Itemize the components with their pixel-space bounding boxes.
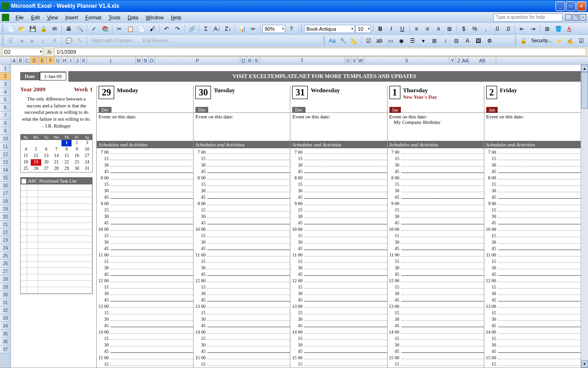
spelling-icon[interactable]: ✓ — [89, 24, 99, 34]
toggle-control-icon[interactable]: ⊞ — [429, 36, 439, 46]
scroll-down-button[interactable]: ▼ — [581, 360, 588, 368]
time-slot[interactable]: 30 — [484, 315, 581, 322]
time-slot[interactable]: 45 — [290, 296, 387, 302]
col-header-Q[interactable]: Q — [240, 57, 247, 64]
protection-icon[interactable]: 🔓 — [518, 36, 528, 46]
minical-day[interactable]: 1 — [61, 140, 72, 146]
time-slot[interactable]: 15 — [290, 180, 387, 187]
toolbar-grip[interactable] — [2, 24, 4, 33]
time-slot[interactable]: 30 — [290, 341, 387, 347]
time-slot[interactable]: 45 — [97, 245, 193, 251]
time-slot[interactable]: 14 00 — [290, 328, 387, 335]
time-slot[interactable]: 7 00 — [484, 148, 581, 155]
col-header-U[interactable]: U — [345, 57, 351, 64]
menu-file[interactable]: File — [12, 14, 28, 21]
time-slot[interactable]: 11 00 — [388, 251, 484, 257]
permission-icon[interactable]: 🔒 — [39, 24, 49, 34]
time-slot[interactable]: 15 — [388, 180, 484, 187]
col-header-V[interactable]: V — [351, 57, 358, 64]
show-changes-icon[interactable]: ☰ — [6, 36, 16, 46]
time-slot[interactable]: 15 — [484, 232, 581, 238]
align-center-icon[interactable]: ≡ — [422, 24, 433, 34]
time-slot[interactable]: 7 00 — [290, 148, 387, 155]
copy-icon[interactable]: 📋 — [125, 24, 135, 34]
time-slot[interactable]: 45 — [194, 347, 290, 354]
time-slot[interactable]: 15 — [484, 155, 581, 161]
checkbox-control-icon[interactable]: ☑ — [363, 36, 373, 46]
align-left-icon[interactable]: ≡ — [411, 24, 422, 34]
task-row[interactable] — [21, 210, 92, 217]
time-slot[interactable]: 30 — [290, 315, 387, 322]
time-slot[interactable]: 15 — [194, 335, 290, 341]
minical-day[interactable]: 10 — [82, 146, 92, 153]
col-header-AA[interactable]: AA — [462, 57, 469, 64]
row-header-27[interactable]: 27 — [0, 268, 11, 275]
doc-minimize-button[interactable]: _ — [565, 14, 571, 21]
time-slot[interactable]: 45 — [97, 322, 193, 328]
row-header-12[interactable]: 12 — [0, 151, 11, 158]
time-slot[interactable]: 8 00 — [194, 174, 290, 180]
time-slot[interactable]: 45 — [97, 270, 193, 277]
time-slot[interactable]: 15 — [97, 335, 193, 341]
time-slot[interactable]: 30 — [97, 341, 193, 347]
time-slot[interactable]: 12 00 — [194, 277, 290, 283]
minical-day[interactable]: 11 — [21, 153, 31, 159]
time-slot[interactable]: 11 00 — [194, 251, 290, 257]
col-header-C[interactable]: C — [24, 57, 30, 64]
time-slot[interactable]: 14 00 — [194, 328, 290, 335]
time-slot[interactable]: 9 00 — [388, 200, 484, 206]
time-slot[interactable]: 15 — [290, 206, 387, 212]
minical-day[interactable]: 26 — [31, 166, 41, 172]
time-slot[interactable]: 45 — [290, 193, 387, 200]
time-slot[interactable]: 11 00 — [97, 251, 193, 257]
task-row[interactable] — [21, 217, 92, 223]
time-slot[interactable]: 45 — [484, 245, 581, 251]
zoom-combo[interactable]: 90% — [262, 25, 285, 33]
time-slot[interactable]: 30 — [388, 212, 484, 219]
time-slot[interactable]: 12 00 — [484, 277, 581, 283]
minical-day[interactable]: 29 — [61, 166, 72, 172]
time-slot[interactable]: 15 — [484, 309, 581, 315]
minical-day[interactable]: 12 — [31, 153, 41, 159]
time-slot[interactable]: 15 — [97, 180, 193, 187]
time-slot[interactable]: 9 00 — [194, 200, 290, 206]
time-slot[interactable]: 15 00 — [290, 354, 387, 360]
minical-day[interactable] — [41, 140, 51, 146]
time-slot[interactable]: 45 — [388, 193, 484, 200]
image-control-icon[interactable]: 🖼 — [473, 36, 483, 46]
time-slot[interactable]: 45 — [290, 219, 387, 225]
time-slot[interactable]: 15 — [388, 232, 484, 238]
time-slot[interactable]: 30 — [388, 264, 484, 270]
time-slot[interactable]: 30 — [194, 264, 290, 270]
row-header-17[interactable]: 17 — [0, 190, 11, 197]
borders-icon[interactable]: ⊞ — [542, 24, 552, 34]
minical-day[interactable]: 4 — [21, 146, 31, 153]
time-slot[interactable]: 30 — [194, 212, 290, 219]
col-header-Y[interactable]: Y — [449, 57, 456, 64]
time-slot[interactable]: 45 — [97, 347, 193, 354]
row-header-18[interactable]: 18 — [0, 197, 11, 205]
time-slot[interactable]: 15 — [194, 232, 290, 238]
col-header-K[interactable]: K — [81, 57, 87, 64]
task-row[interactable] — [21, 223, 92, 229]
accept-change-icon[interactable]: ✓ — [39, 36, 49, 46]
time-slot[interactable]: 30 — [97, 264, 193, 270]
italic-icon[interactable]: I — [386, 24, 396, 34]
row-header-9[interactable]: 9 — [0, 127, 11, 135]
minical-day[interactable] — [31, 140, 41, 146]
time-slot[interactable]: 45 — [388, 245, 484, 251]
minical-day[interactable]: 20 — [41, 159, 51, 166]
date-input[interactable]: 1-Jan-09 — [39, 72, 67, 81]
font-combo[interactable]: Book Antiqua — [304, 25, 355, 33]
time-slot[interactable]: 10 00 — [194, 225, 290, 232]
format-painter-icon[interactable]: 🖌 — [147, 24, 157, 34]
task-row[interactable] — [21, 197, 92, 204]
time-slot[interactable]: 15 — [484, 335, 581, 341]
row-header-1[interactable]: 1 — [0, 65, 11, 72]
time-slot[interactable]: 45 — [388, 270, 484, 277]
prev-change-icon[interactable]: ◄ — [17, 36, 27, 46]
col-header-I[interactable]: I — [68, 57, 74, 64]
toolbar-grip-5[interactable] — [515, 36, 516, 45]
options-icon[interactable]: ☑ — [576, 36, 586, 46]
scroll-up-button[interactable]: ▲ — [581, 65, 588, 72]
